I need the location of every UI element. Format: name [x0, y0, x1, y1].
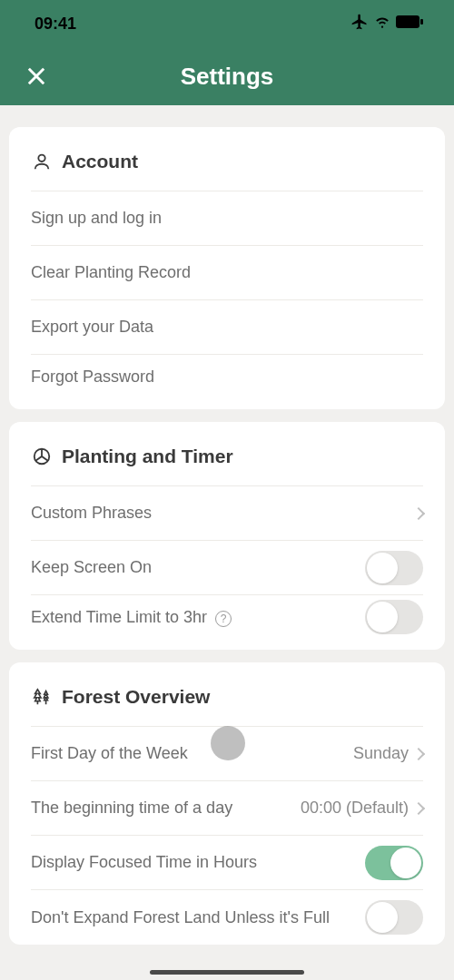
- toggle-knob: [390, 848, 421, 878]
- section-title: Account: [62, 151, 138, 172]
- row-label: Keep Screen On: [31, 558, 152, 577]
- svg-rect-1: [420, 19, 423, 24]
- toggle-keep-screen-on[interactable]: [365, 551, 423, 585]
- section-title: Planting and Timer: [62, 446, 233, 467]
- row-label: First Day of the Week: [31, 744, 188, 763]
- toggle-knob: [367, 602, 398, 632]
- row-label-text: Extend Time Limit to 3hr: [31, 608, 207, 626]
- close-button[interactable]: [20, 60, 53, 93]
- status-icons: [350, 13, 423, 34]
- row-clear-record[interactable]: Clear Planting Record: [31, 246, 423, 300]
- toggle-extend-time[interactable]: [365, 600, 423, 634]
- toggle-knob: [367, 902, 398, 933]
- row-value: Sunday: [353, 744, 409, 763]
- section-account: Account Sign up and log in Clear Plantin…: [9, 127, 445, 409]
- toggle-display-hours[interactable]: [365, 846, 423, 880]
- content: Account Sign up and log in Clear Plantin…: [0, 105, 454, 945]
- row-extend-time: Extend Time Limit to 3hr ?: [31, 595, 423, 650]
- row-value: 00:00 (Default): [301, 799, 409, 818]
- touch-indicator: [211, 726, 245, 760]
- svg-rect-0: [396, 15, 419, 28]
- row-keep-screen-on: Keep Screen On: [31, 541, 423, 595]
- help-icon[interactable]: ?: [215, 611, 232, 627]
- status-time: 09:41: [35, 15, 76, 34]
- row-label: Custom Phrases: [31, 504, 152, 523]
- row-label: Display Focused Time in Hours: [31, 853, 257, 872]
- steering-icon: [31, 446, 53, 467]
- row-export-data[interactable]: Export your Data: [31, 300, 423, 355]
- wifi-icon: [374, 14, 390, 34]
- row-custom-phrases[interactable]: Custom Phrases: [31, 486, 423, 541]
- user-icon: [31, 151, 53, 172]
- row-forgot-password[interactable]: Forgot Password: [31, 355, 423, 409]
- row-label: Don't Expand Forest Land Unless it's Ful…: [31, 908, 330, 927]
- section-title: Forest Overview: [62, 686, 210, 708]
- section-header-account: Account: [31, 127, 423, 191]
- row-label: Export your Data: [31, 318, 153, 337]
- toggle-knob: [367, 553, 398, 583]
- row-label: Extend Time Limit to 3hr ?: [31, 608, 232, 627]
- page-title: Settings: [181, 63, 274, 91]
- section-header-planting: Planting and Timer: [31, 422, 423, 486]
- status-bar: 09:41: [0, 0, 454, 47]
- airplane-icon: [350, 13, 369, 34]
- section-forest: Forest Overview First Day of the Week Su…: [9, 662, 445, 945]
- row-begin-time[interactable]: The beginning time of a day 00:00 (Defau…: [31, 781, 423, 836]
- row-label: Sign up and log in: [31, 209, 162, 228]
- row-right: [414, 509, 423, 518]
- section-planting: Planting and Timer Custom Phrases Keep S…: [9, 422, 445, 650]
- trees-icon: [31, 686, 53, 708]
- chevron-right-icon: [412, 506, 425, 519]
- section-header-forest: Forest Overview: [31, 662, 423, 727]
- header: Settings: [0, 47, 454, 105]
- row-label: Forgot Password: [31, 368, 154, 387]
- close-icon: [24, 64, 49, 89]
- svg-point-4: [38, 155, 44, 162]
- chevron-right-icon: [412, 747, 425, 760]
- row-right: 00:00 (Default): [301, 799, 423, 818]
- toggle-dont-expand[interactable]: [365, 900, 423, 935]
- home-indicator[interactable]: [150, 970, 304, 975]
- row-label: Clear Planting Record: [31, 263, 191, 282]
- battery-icon: [396, 15, 423, 32]
- row-label: The beginning time of a day: [31, 799, 232, 818]
- row-right: Sunday: [353, 744, 423, 763]
- row-signup-login[interactable]: Sign up and log in: [31, 191, 423, 246]
- row-dont-expand: Don't Expand Forest Land Unless it's Ful…: [31, 890, 423, 945]
- row-display-hours: Display Focused Time in Hours: [31, 836, 423, 890]
- chevron-right-icon: [412, 801, 425, 814]
